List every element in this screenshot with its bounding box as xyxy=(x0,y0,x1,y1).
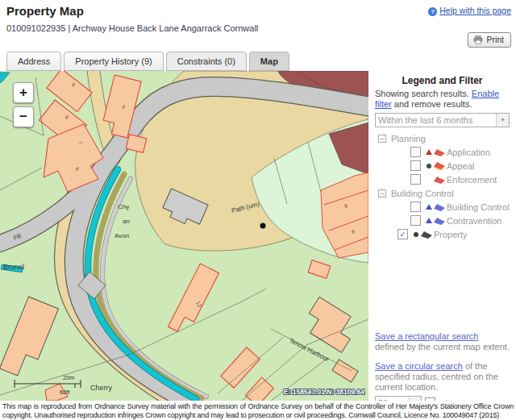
copyright-footer: This map is reproduced from Ordnance Sur… xyxy=(0,401,516,420)
legend-group-label: Building Control xyxy=(391,189,454,198)
page-header: Property Map ?Help with this page 010091… xyxy=(0,0,516,52)
rect-search-rest: defined by the current map extent. xyxy=(375,342,510,351)
svg-text:20m: 20m xyxy=(63,374,75,381)
legend-item-label: Application xyxy=(447,148,490,157)
legend-item-appeal: Appeal xyxy=(375,159,510,173)
svg-text:an: an xyxy=(123,218,130,225)
rect-search-text: Save a rectangular search defined by the… xyxy=(375,331,510,352)
legend-title: Legend and Filter xyxy=(375,75,510,86)
print-button[interactable]: Print xyxy=(468,32,511,48)
building-control-checkbox[interactable] xyxy=(410,202,421,212)
svg-text:Chy: Chy xyxy=(118,203,129,210)
application-legend-icon xyxy=(423,148,446,157)
legend-item-application: Application xyxy=(375,145,510,159)
zoom-out-button[interactable]: − xyxy=(13,106,34,127)
property-reference: 010091022935 | Archway House Back Lane A… xyxy=(6,23,258,33)
enforcement-legend-icon xyxy=(423,175,446,185)
building-control-legend-icon xyxy=(423,202,446,212)
legend-item-contravention: Contravention xyxy=(375,214,510,227)
save-rectangular-search-link[interactable]: Save a rectangular search xyxy=(375,331,478,341)
property-legend-icon xyxy=(410,230,433,239)
page-title: Property Map xyxy=(6,4,84,18)
print-button-label: Print xyxy=(486,35,504,44)
help-link[interactable]: ?Help with this page xyxy=(428,6,511,16)
legend-item-label: Contravention xyxy=(447,216,502,226)
tab-map[interactable]: Map xyxy=(249,52,289,71)
dropdown-arrow-icon: ▼ xyxy=(496,114,509,127)
legend-item-property: ✓ Property xyxy=(375,227,510,241)
property-location-marker xyxy=(260,223,266,229)
cursor-coordinates: E: 158547.01 N: 38109.64 xyxy=(284,388,364,396)
tab-bar: Address Property History (9) Constraints… xyxy=(0,52,516,71)
legend-item-label: Building Control xyxy=(447,202,510,212)
legend-intro: Showing search results. Enable filter an… xyxy=(375,89,510,110)
appeal-checkbox[interactable] xyxy=(410,160,421,171)
legend-group-planning[interactable]: − Planning xyxy=(375,131,510,145)
map-canvas[interactable]: Chy an Avon Path (um) FB Brunel Cherry T… xyxy=(0,71,368,401)
legend-item-label: Property xyxy=(434,230,468,239)
legend-tree: − Planning Application xyxy=(375,131,510,241)
legend-item-enforcement: Enforcement xyxy=(375,173,510,186)
application-checkbox[interactable] xyxy=(410,147,421,157)
tab-address[interactable]: Address xyxy=(6,52,61,71)
collapse-icon[interactable]: − xyxy=(378,189,386,198)
enforcement-checkbox[interactable] xyxy=(410,174,421,185)
appeal-legend-icon xyxy=(423,161,446,171)
svg-text:Avon: Avon xyxy=(114,232,129,239)
svg-text:60ft: 60ft xyxy=(60,389,70,396)
property-map-page: Property Map ?Help with this page 010091… xyxy=(0,0,516,420)
circ-search-text: Save a circular search of the specified … xyxy=(375,361,510,393)
map-viewport[interactable]: Chy an Avon Path (um) FB Brunel Cherry T… xyxy=(0,71,368,401)
contravention-checkbox[interactable] xyxy=(410,215,421,226)
collapse-icon[interactable]: − xyxy=(378,135,386,143)
contravention-legend-icon xyxy=(423,216,446,226)
date-filter-select[interactable]: Within the last 6 months ▼ xyxy=(375,113,510,127)
tab-property-history[interactable]: Property History (9) xyxy=(64,52,163,71)
save-circular-search-link[interactable]: Save a circular search xyxy=(375,361,463,371)
copyright-text: This map is reproduced from Ordnance Sur… xyxy=(2,402,514,419)
main-content: Chy an Avon Path (um) FB Brunel Cherry T… xyxy=(0,71,516,401)
help-link-label: Help with this page xyxy=(439,6,511,15)
printer-icon xyxy=(473,35,483,44)
svg-text:Cherry: Cherry xyxy=(90,384,113,392)
svg-text:Brunel: Brunel xyxy=(3,263,24,271)
property-checkbox[interactable]: ✓ xyxy=(397,229,408,239)
zoom-in-button[interactable]: + xyxy=(13,82,34,103)
legend-panel: Legend and Filter Showing search results… xyxy=(368,71,516,401)
date-filter-value: Within the last 6 months xyxy=(376,115,496,125)
legend-item-building-control: Building Control xyxy=(375,200,510,214)
help-icon: ? xyxy=(428,7,437,16)
legend-group-building-control[interactable]: − Building Control xyxy=(375,186,510,200)
legend-group-label: Planning xyxy=(391,134,426,143)
legend-item-label: Enforcement xyxy=(447,175,497,185)
intro-post: and remove results. xyxy=(392,99,472,109)
intro-pre: Showing search results. xyxy=(375,89,472,98)
legend-item-label: Appeal xyxy=(447,161,474,171)
tab-constraints[interactable]: Constraints (0) xyxy=(166,52,247,71)
